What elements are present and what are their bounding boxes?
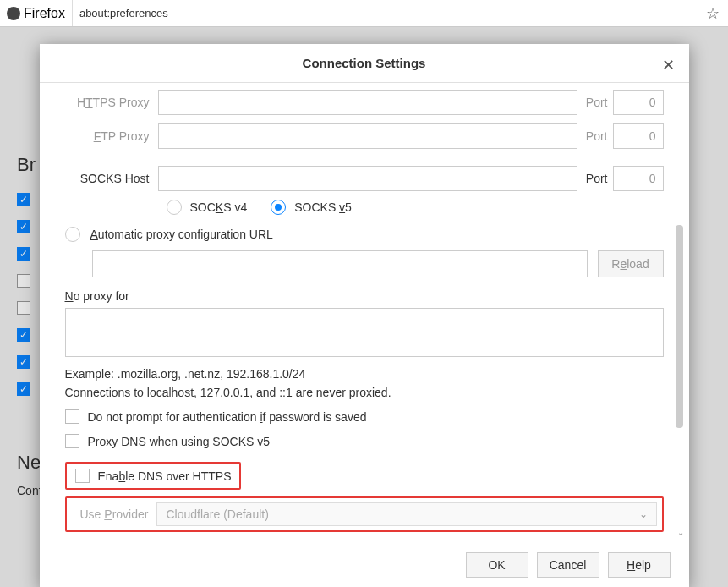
ftp-proxy-label: FTP Proxy: [65, 129, 158, 143]
close-icon[interactable]: ✕: [662, 56, 677, 71]
port-label: Port: [577, 129, 613, 143]
enable-doh-label: Enable DNS over HTTPS: [98, 469, 232, 483]
proxy-dns-label: Proxy DNS when using SOCKS v5: [88, 435, 271, 448]
scrollbar[interactable]: ⌄: [674, 90, 686, 537]
socks-v4-radio[interactable]: [167, 200, 182, 215]
no-proxy-textarea[interactable]: [65, 308, 664, 357]
no-prompt-label: Do not prompt for authentication if pass…: [88, 410, 367, 424]
cancel-button[interactable]: Cancel: [537, 552, 599, 578]
no-proxy-label: No proxy for: [65, 289, 664, 303]
provider-value: Cloudflare (Default): [166, 507, 268, 521]
auto-proxy-url-input[interactable]: [92, 250, 588, 277]
modal-footer: OK Cancel Help: [40, 544, 689, 587]
scroll-thumb[interactable]: [676, 225, 683, 428]
ftp-port-input[interactable]: [613, 123, 664, 149]
socks-v5-label: SOCKS v5: [294, 200, 352, 214]
use-provider-label: Use Provider: [72, 507, 157, 521]
proxy-dns-checkbox[interactable]: [65, 434, 79, 448]
auto-proxy-row: Automatic proxy configuration URL: [65, 227, 664, 242]
enable-doh-checkbox[interactable]: [75, 469, 90, 483]
port-label: Port: [577, 96, 613, 109]
firefox-icon: [7, 7, 20, 20]
scroll-down-icon[interactable]: ⌄: [677, 528, 684, 537]
modal-body: ⌄ HTTPS Proxy Port FTP Proxy Port SOCKS …: [40, 83, 689, 544]
ok-button[interactable]: OK: [466, 552, 528, 578]
https-proxy-row: HTTPS Proxy Port: [65, 90, 664, 115]
no-prompt-row: Do not prompt for authentication if pass…: [65, 409, 664, 424]
help-button[interactable]: Help: [608, 552, 671, 578]
https-proxy-input[interactable]: [158, 90, 577, 115]
socks-host-input[interactable]: [158, 166, 577, 191]
enable-doh-highlight: Enable DNS over HTTPS: [65, 462, 242, 490]
ftp-proxy-input[interactable]: [158, 123, 577, 149]
provider-highlight: Use Provider Cloudflare (Default) ⌄: [65, 496, 664, 532]
https-port-input[interactable]: [613, 90, 664, 115]
example-hint: Example: .mozilla.org, .net.nz, 192.168.…: [65, 367, 664, 381]
socks-v5-radio[interactable]: [271, 200, 286, 215]
no-prompt-checkbox[interactable]: [65, 409, 79, 424]
bookmark-star-icon[interactable]: ☆: [698, 4, 728, 23]
auto-proxy-label: Automatic proxy configuration URL: [90, 228, 273, 241]
auto-proxy-radio[interactable]: [65, 227, 80, 242]
auto-proxy-url-row: Reload: [65, 250, 664, 277]
https-proxy-label: HTTPS Proxy: [65, 96, 158, 109]
proxy-dns-row: Proxy DNS when using SOCKS v5: [65, 434, 664, 448]
port-label: Port: [577, 172, 613, 185]
reload-button[interactable]: Reload: [598, 250, 664, 277]
socks-host-label: SOCKS Host: [65, 172, 158, 185]
connection-settings-modal: Connection Settings ✕ ⌄ HTTPS Proxy Port…: [40, 44, 689, 587]
url-text[interactable]: about:preferences: [73, 7, 698, 19]
provider-select[interactable]: Cloudflare (Default) ⌄: [156, 502, 656, 526]
socks-host-row: SOCKS Host Port: [65, 166, 664, 191]
modal-header: Connection Settings ✕: [40, 44, 689, 83]
socks-port-input[interactable]: [613, 166, 664, 191]
modal-title: Connection Settings: [303, 56, 426, 70]
app-label: Firefox: [24, 6, 65, 21]
chevron-down-icon: ⌄: [639, 508, 648, 520]
ftp-proxy-row: FTP Proxy Port: [65, 123, 664, 149]
socks-v4-label: SOCKS v4: [190, 200, 248, 214]
url-bar: Firefox about:preferences ☆: [0, 0, 728, 27]
localhost-hint: Connections to localhost, 127.0.0.1, and…: [65, 386, 664, 399]
modal-overlay: Connection Settings ✕ ⌄ HTTPS Proxy Port…: [0, 27, 728, 587]
socks-version-row: SOCKS v4 SOCKS v5: [65, 200, 664, 215]
site-identity[interactable]: Firefox: [0, 0, 73, 26]
